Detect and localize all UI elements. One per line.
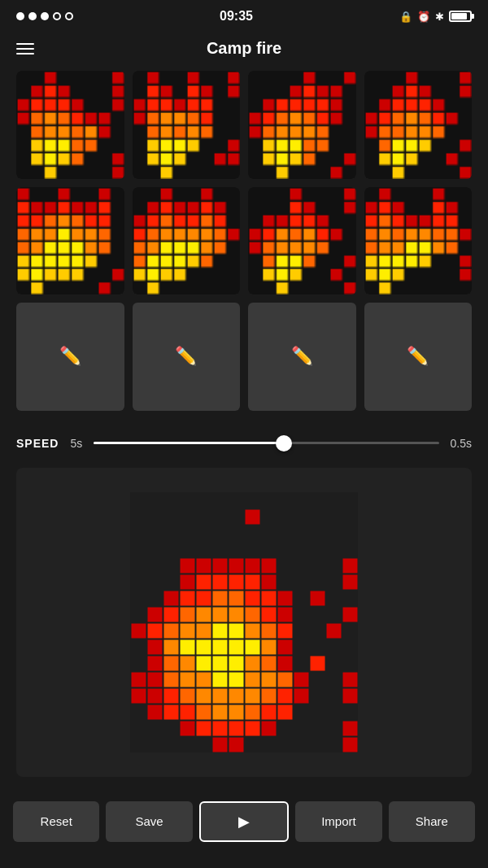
alarm-icon: ⏰ [417,11,430,23]
animation-cell-1[interactable] [16,71,124,179]
speed-fill [94,442,283,444]
speed-track [94,442,438,444]
play-icon: ▶ [238,813,250,830]
animation-cell-2[interactable] [133,71,241,179]
edit-cell-2[interactable]: ✏️ [133,303,241,411]
bluetooth-icon: ✱ [435,11,444,23]
speed-control: SPEED 5s 0.5s [0,427,488,468]
animation-cell-6[interactable] [133,187,241,295]
status-bar: 09:35 🔒 ⏰ ✱ [0,0,488,29]
edit-cell-1[interactable]: ✏️ [16,303,124,411]
dot-4 [53,12,61,20]
grid-row-3: ✏️ ✏️ ✏️ ✏️ [16,303,472,411]
grid-row-1 [16,71,472,179]
edit-icon-1: ✏️ [59,346,81,367]
import-button[interactable]: Import [295,801,381,842]
edit-icon-2: ✏️ [175,346,197,367]
speed-min: 5s [70,437,82,450]
speed-label: SPEED [16,437,59,450]
save-button[interactable]: Save [106,801,192,842]
share-button[interactable]: Share [389,801,475,842]
edit-cell-4[interactable]: ✏️ [364,303,473,411]
animation-cell-7[interactable] [248,187,356,295]
menu-line-1 [16,43,34,45]
dot-1 [16,12,24,20]
menu-button[interactable] [16,43,34,55]
edit-icon-4: ✏️ [407,346,429,367]
speed-thumb[interactable] [276,435,292,451]
page-title: Camp fire [207,39,281,58]
bottom-bar: Reset Save ▶ Import Share [0,793,488,858]
play-button[interactable]: ▶ [199,801,289,842]
grid-row-2 [16,187,472,295]
preview-section [0,468,488,793]
dot-3 [41,12,49,20]
edit-cell-3[interactable]: ✏️ [248,303,356,411]
dot-2 [28,12,37,20]
header: Camp fire [0,29,488,71]
edit-icon-3: ✏️ [291,346,313,367]
animation-grid: ✏️ ✏️ ✏️ ✏️ [0,71,488,411]
status-time: 09:35 [220,9,253,24]
reset-button[interactable]: Reset [13,801,99,842]
speed-slider[interactable] [94,435,438,451]
lock-icon: 🔒 [399,11,412,23]
animation-cell-8[interactable] [364,187,473,295]
menu-line-3 [16,53,34,55]
animation-cell-5[interactable] [16,187,124,295]
battery-icon [449,11,472,22]
preview-canvas [130,492,358,752]
dot-5 [65,12,73,20]
animation-cell-3[interactable] [248,71,356,179]
speed-max: 0.5s [451,437,472,450]
preview-container [16,468,472,777]
signal-dots [16,12,73,20]
menu-line-2 [16,48,34,50]
status-icons: 🔒 ⏰ ✱ [399,11,472,23]
battery-fill [451,13,467,20]
animation-cell-4[interactable] [364,71,473,179]
